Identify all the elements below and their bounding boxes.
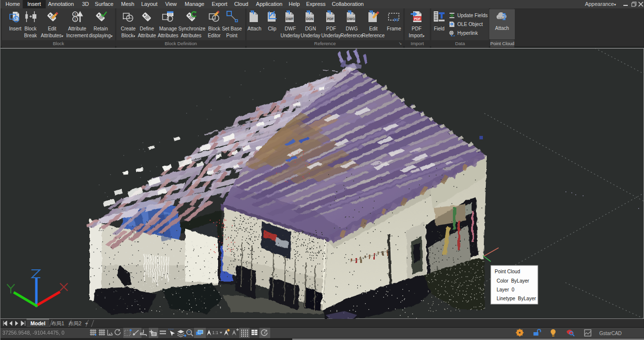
svg-text:1:1: 1:1	[212, 330, 219, 335]
svg-text:PDF: PDF	[414, 17, 420, 21]
svg-text:PDF: PDF	[327, 17, 334, 21]
svg-text:DWF: DWF	[286, 17, 293, 21]
svg-text:GstarCAD: GstarCAD	[599, 331, 622, 336]
svg-text:(x): (x)	[394, 18, 398, 22]
svg-text:1: 1	[74, 18, 76, 21]
svg-text:Color ByLayer: Color ByLayer	[497, 278, 530, 284]
svg-text:Point Cloud: Point Cloud	[495, 269, 520, 274]
svg-text:DWG: DWG	[347, 17, 355, 21]
svg-text:Layer 0: Layer 0	[497, 287, 515, 292]
svg-text:DGN: DGN	[306, 17, 313, 21]
svg-text:2: 2	[74, 13, 76, 16]
svg-text:Linetype ByLayer: Linetype ByLayer	[497, 296, 536, 301]
